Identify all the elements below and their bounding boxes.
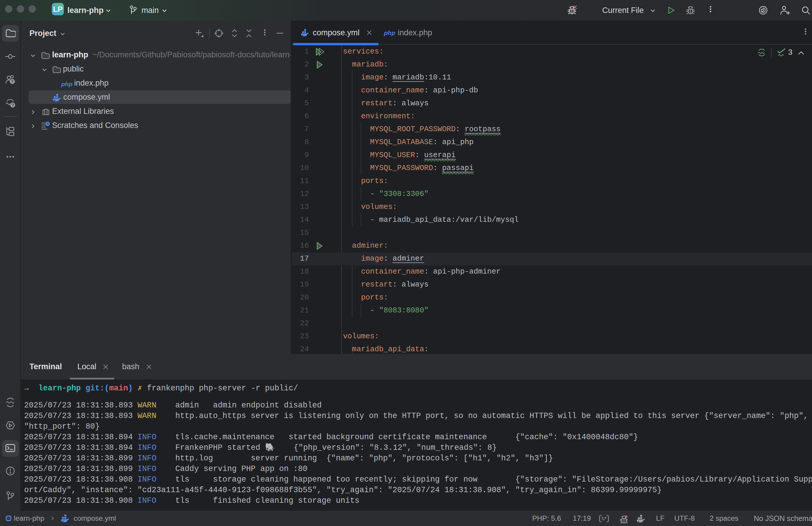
- svg-text:?: ?: [12, 103, 14, 107]
- svg-text:?: ?: [11, 79, 14, 84]
